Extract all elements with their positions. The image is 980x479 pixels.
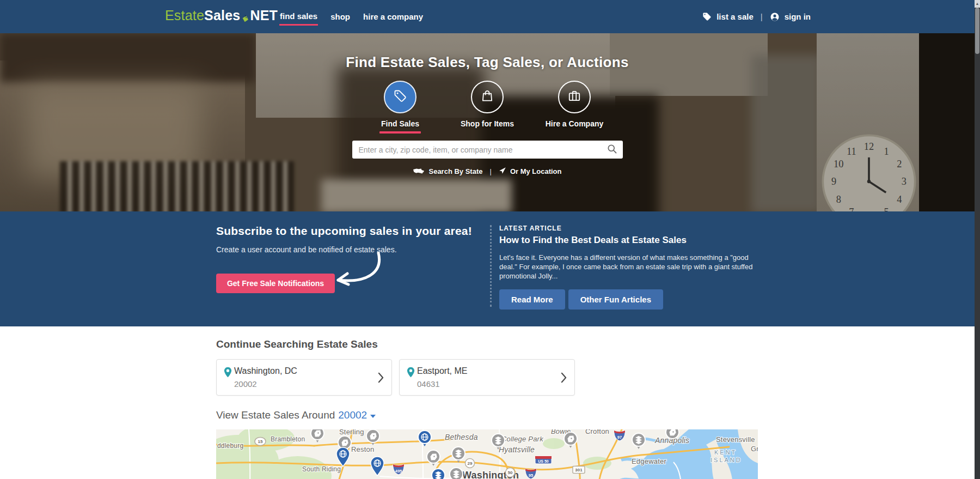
scrollbar-thumb[interactable] (975, 8, 979, 54)
continue-searching-heading: Continue Searching Estate Sales (216, 338, 378, 350)
svg-text:KENT: KENT (714, 449, 737, 456)
svg-text:Reston: Reston (351, 445, 374, 453)
svg-text:97: 97 (617, 435, 622, 440)
hero-tab-hire-a-company[interactable]: Hire a Company (536, 81, 612, 134)
svg-text:Bethesda: Bethesda (445, 433, 478, 441)
svg-text:College Park: College Park (501, 435, 544, 443)
logo-net: NET (250, 8, 278, 23)
svg-text:495: 495 (395, 469, 402, 474)
location-city: Eastport, ME (417, 366, 467, 376)
read-more-button[interactable]: Read More (499, 289, 565, 310)
hero-tab-label: Hire a Company (546, 119, 604, 128)
svg-text:95: 95 (529, 473, 533, 478)
zip-value: 20002 (338, 409, 367, 421)
svg-text:South Riding: South Riding (302, 465, 341, 473)
dotted-divider (490, 225, 492, 307)
nav-find-sales[interactable]: find sales (279, 8, 318, 26)
svg-text:301: 301 (575, 468, 583, 472)
page: EstateSalesNET find sales shop hire a co… (0, 0, 980, 479)
hero-tab-find-sales[interactable]: Find Sales (362, 81, 438, 134)
main-section: Continue Searching Estate Sales Washingt… (0, 326, 975, 479)
route-shield: 15 (255, 438, 266, 446)
subscribe-left-column: Subscribe to the upcoming sales in your … (216, 211, 450, 254)
tag-icon (393, 89, 407, 105)
svg-text:Crofton: Crofton (585, 429, 609, 435)
scrollbar[interactable]: ▲ (975, 0, 980, 479)
or-my-location-label: Or My Location (510, 167, 562, 175)
chevron-right-icon (378, 372, 384, 385)
zip-dropdown[interactable]: 20002 (338, 409, 376, 421)
search-icon[interactable] (604, 143, 620, 156)
svg-text:29: 29 (468, 461, 473, 466)
view-estate-sales-around: View Estate Sales Around 20002 (216, 409, 376, 421)
hero-tab-label: Shop for Items (461, 119, 514, 128)
sales-map[interactable]: ddleburgBrambletonSterlingRestonSouth Ri… (216, 429, 758, 479)
svg-text:Grasonville: Grasonville (751, 445, 758, 453)
nav-hire-a-company[interactable]: hire a company (363, 9, 424, 25)
state-separator: | (487, 167, 493, 175)
other-fun-articles-button[interactable]: Other Fun Articles (568, 289, 663, 310)
svg-text:ISLAND: ISLAND (710, 457, 742, 463)
latest-article-column: LATEST ARTICLE How to Find the Best Deal… (499, 211, 762, 310)
hero-section: 121234567891011 Find Estate Sales, Tag S… (0, 33, 975, 211)
route-shield: US 50 (535, 456, 552, 464)
recent-locations: Washington, DC 20002 Eastport, ME 04631 (216, 359, 575, 396)
search-by-state-link[interactable]: Search By State (413, 167, 482, 176)
route-shield: 50 (506, 468, 515, 477)
tag-icon (702, 12, 712, 21)
nav-sign-in[interactable]: sign in (785, 12, 811, 21)
caret-down-icon (370, 415, 376, 418)
svg-text:Stevensville: Stevensville (716, 435, 755, 444)
search-by-state-label: Search By State (428, 167, 482, 175)
svg-text:50: 50 (508, 470, 513, 475)
curved-arrow-decoration (329, 250, 384, 301)
hero-title: Find Estate Sales, Tag Sales, or Auction… (346, 54, 628, 71)
hero-tab-shop-for-items[interactable]: Shop for Items (449, 81, 525, 134)
svg-text:ddleburg: ddleburg (217, 442, 243, 450)
logo-estate: Estate (165, 8, 204, 23)
briefcase-icon (567, 89, 581, 105)
top-navbar: EstateSalesNET find sales shop hire a co… (0, 0, 975, 33)
article-title: How to Find the Best Deals at Estate Sal… (499, 235, 762, 246)
shopping-bag-icon (480, 89, 494, 105)
latest-article-eyebrow: LATEST ARTICLE (499, 225, 762, 232)
svg-text:15: 15 (258, 439, 263, 444)
svg-text:Sterling: Sterling (339, 429, 364, 436)
nav-right: list a sale | sign in (702, 0, 811, 33)
subscribe-section: Subscribe to the upcoming sales in your … (0, 211, 975, 326)
svg-text:US 50: US 50 (538, 459, 549, 463)
search-options-row: Search By State | Or My Location (413, 167, 561, 176)
nav-list-a-sale[interactable]: list a sale (716, 12, 754, 21)
get-free-sale-notifications-button[interactable]: Get Free Sale Notifications (216, 274, 335, 293)
hero-tab-label: Find Sales (381, 119, 419, 128)
location-arrow-icon (499, 167, 506, 176)
svg-text:Brambleton: Brambleton (271, 435, 305, 443)
scroll-up-arrow[interactable]: ▲ (975, 0, 980, 8)
location-card-eastport-me[interactable]: Eastport, ME 04631 (399, 359, 575, 396)
location-card-washington-dc[interactable]: Washington, DC 20002 (216, 359, 392, 396)
layers-sale-marker (432, 469, 445, 479)
logo-sales: Sales (204, 8, 240, 23)
article-excerpt: Let's face it. Everyone has a different … (499, 253, 762, 281)
search-input[interactable] (352, 141, 623, 159)
shop-circle (471, 81, 504, 113)
find-sales-circle (384, 81, 416, 113)
location-zip: 04631 (417, 379, 440, 389)
svg-text:Hyattsville: Hyattsville (499, 445, 535, 454)
hire-circle (558, 81, 591, 113)
primary-nav: find sales shop hire a company (279, 0, 424, 33)
route-shield: 29 (465, 459, 475, 468)
map-pin-icon (224, 367, 232, 380)
location-city: Washington, DC (234, 366, 297, 376)
nav-separator: | (758, 12, 765, 21)
logo[interactable]: EstateSalesNET (165, 8, 278, 23)
hero-tabs: Find Sales Shop for Items Hire a Company (362, 81, 612, 134)
svg-text:Edgewater: Edgewater (632, 457, 666, 465)
chevron-right-icon (561, 372, 567, 385)
or-my-location-link[interactable]: Or My Location (499, 167, 562, 176)
route-shield: 301 (573, 466, 585, 474)
nav-shop[interactable]: shop (330, 9, 351, 25)
subscribe-heading: Subscribe to the upcoming sales in your … (216, 225, 450, 238)
view-around-prefix: View Estate Sales Around (216, 409, 335, 421)
person-icon (770, 12, 780, 22)
